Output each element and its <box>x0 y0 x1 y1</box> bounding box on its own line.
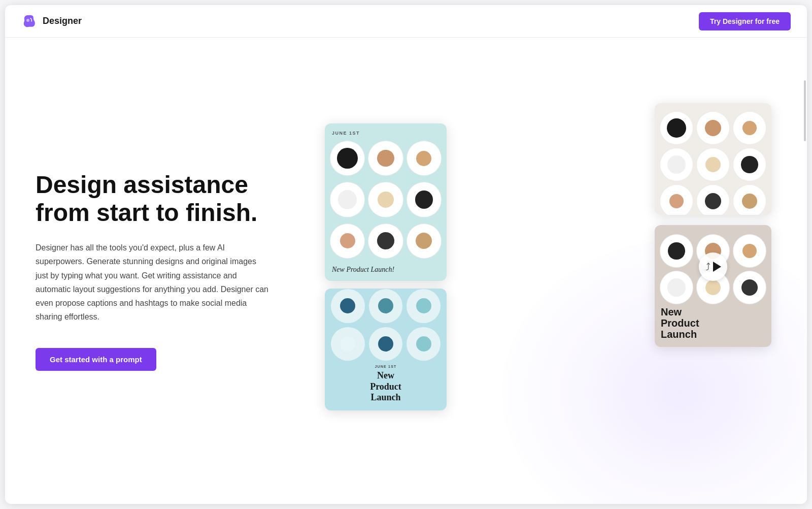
card-br-title: NewProductLaunch <box>655 306 771 347</box>
teal-circle-3 <box>407 289 441 323</box>
card-main-date: JUNE 1ST <box>325 123 447 136</box>
card-main-script: New Product Launch! <box>325 262 447 281</box>
tr-circle-5 <box>696 148 730 181</box>
design-card-main: JUNE 1ST New Product Launch! <box>325 123 447 281</box>
br-circle-3 <box>733 234 766 268</box>
card-teal-title: New Product Launch <box>331 370 441 403</box>
card-tr-circles <box>655 103 771 215</box>
br-circle-4 <box>660 271 693 304</box>
tr-circle-8 <box>696 184 730 215</box>
get-started-button[interactable]: Get started with a prompt <box>36 348 156 371</box>
circle-3 <box>407 141 442 176</box>
navbar: Designer Try Designer for free <box>5 5 807 38</box>
brand: Designer <box>21 13 82 29</box>
tr-circle-7 <box>660 184 693 215</box>
hero-title: Design assistance from start to finish. <box>36 171 299 227</box>
circle-6 <box>407 182 442 217</box>
scrollbar-track[interactable] <box>803 70 807 504</box>
tr-circle-1 <box>660 111 693 145</box>
tr-circle-3 <box>733 111 766 145</box>
app-window: Designer Try Designer for free Design as… <box>5 5 807 504</box>
circle-1 <box>330 141 365 176</box>
teal-circle-4 <box>331 327 365 361</box>
card-teal-circles <box>325 289 447 363</box>
circle-2 <box>368 141 403 176</box>
tr-circle-2 <box>696 111 730 145</box>
teal-circle-1 <box>331 289 365 323</box>
brand-name-text: Designer <box>43 16 82 26</box>
br-circle-1 <box>660 234 693 268</box>
try-designer-button[interactable]: Try Designer for free <box>699 12 791 30</box>
hero-description: Designer has all the tools you'd expect,… <box>36 241 269 324</box>
brand-logo-icon <box>21 13 38 29</box>
tr-circle-4 <box>660 148 693 181</box>
tr-circle-6 <box>733 148 766 181</box>
card-br-circles-grid: ⤴ <box>655 227 771 306</box>
design-card-bottom-right: COSMETICS JUNE 1ST ⤴ <box>655 225 771 347</box>
circle-8 <box>368 224 403 259</box>
circle-5 <box>368 182 403 217</box>
teal-circle-5 <box>369 327 403 361</box>
circle-7 <box>330 224 365 259</box>
svg-point-0 <box>26 19 29 22</box>
teal-circle-6 <box>407 327 441 361</box>
card-teal-text: JUNE 1ST New Product Launch <box>325 363 447 410</box>
circle-9 <box>407 224 442 259</box>
play-button[interactable]: ⤴ <box>699 252 727 281</box>
hero-visuals: JUNE 1ST New Product Launch! <box>299 93 776 449</box>
design-card-top-right: New Product Launch! <box>655 103 771 215</box>
tr-circle-9 <box>733 184 766 215</box>
br-circle-6 <box>733 271 766 304</box>
circle-4 <box>330 182 365 217</box>
card-main-circles <box>325 136 447 262</box>
teal-circle-2 <box>369 289 403 323</box>
play-triangle-icon <box>713 262 721 272</box>
hero-section: Design assistance from start to finish. … <box>5 38 807 504</box>
design-card-teal: JUNE 1ST New Product Launch <box>325 289 447 410</box>
card-teal-date: JUNE 1ST <box>331 365 441 368</box>
scrollbar-thumb <box>804 80 806 141</box>
hero-content: Design assistance from start to finish. … <box>36 171 299 371</box>
